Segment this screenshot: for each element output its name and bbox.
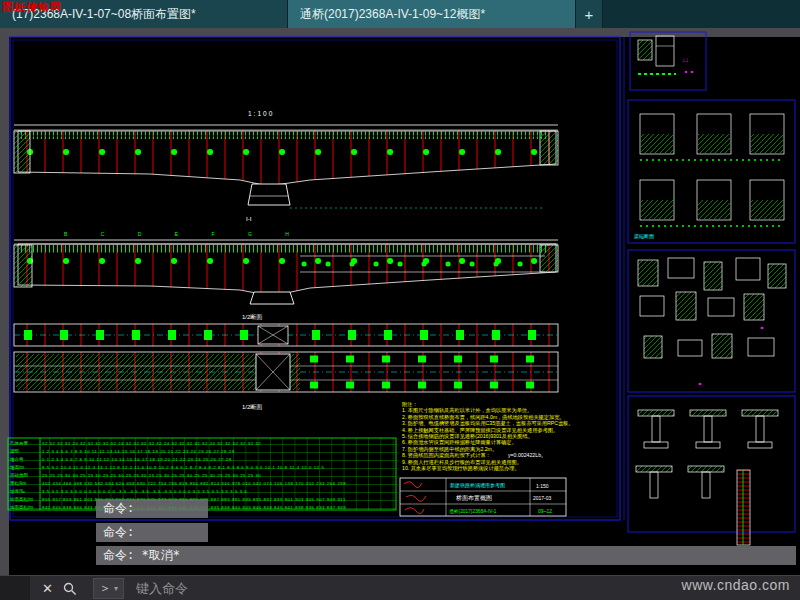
- table-row: 1 2 3 4 5 6 7 8 9 10 11 12 13 14 15 16 1…: [42, 449, 235, 454]
- tab-drawing-2-label: 通桥(2017)2368A-IV-1-09~12概图*: [300, 6, 485, 23]
- table-row: 3.5 3.5 3.5 3.5 0 0 0 0 0 0 0 0 -3.5 -3.…: [42, 489, 247, 494]
- table-row-label: 地面高程/m: [9, 505, 33, 510]
- detail-panel-0: ↓↓: [630, 32, 706, 90]
- detail-panel-2: [628, 250, 795, 392]
- table-row: 402 434 466 498 530 562 594 626 658 690 …: [42, 481, 346, 486]
- axis-letters: B C D E F G H: [64, 231, 305, 237]
- drawing-canvas[interactable]: 1:100 Ⅰ-Ⅰ B C D E F G H: [0, 28, 800, 575]
- note-line: 10. 其余未尽事宜均按现行铁路桥涵设计规范办理。: [402, 465, 520, 472]
- table-row-label: 里程/km: [10, 481, 27, 486]
- command-history-line-1: 命令:: [96, 499, 208, 518]
- title-name: 桥面布置概图: [455, 494, 492, 502]
- view1-section-label: Ⅰ-Ⅰ: [246, 216, 252, 222]
- table-row: 25 25 25 30 30 25 25 30 25 25 30 25 25 3…: [42, 473, 261, 478]
- title-scale: 1:150: [536, 483, 549, 489]
- magenta-marks: ↓↓: [682, 56, 689, 63]
- table-row-label: 孔跨布置: [10, 440, 29, 446]
- title-number: 通桥(2017)2368A-IV-1: [449, 508, 497, 514]
- command-history-line-2: 命令:: [96, 523, 208, 542]
- close-icon[interactable]: ✕: [42, 581, 53, 596]
- table-row: 32 32 32 32 24 32 32 32 32 32 24 32 32 3…: [42, 441, 261, 446]
- title-date: 2017-03: [533, 495, 552, 501]
- chevron-down-icon: ▾: [114, 584, 118, 593]
- view2-section-label: 1/2断面: [242, 313, 262, 321]
- table-row-label: 坡度/‰: [9, 489, 25, 494]
- table-row-label: 基础类型: [10, 472, 29, 478]
- panel1-caption: 梁端断面: [634, 233, 654, 240]
- detail-panel-1: 梁端断面: [628, 100, 795, 243]
- prompt-chevron: ＞: [99, 580, 111, 597]
- command-history-line-3: 命令: *取消*: [96, 546, 796, 565]
- title-project: 新建铁路桥涵通用参考图: [450, 482, 505, 489]
- command-prompt-dropdown[interactable]: ＞ ▾: [93, 578, 124, 599]
- view1-scale-label: 1:100: [248, 110, 274, 117]
- view3-plan: 1/2断面: [14, 324, 558, 411]
- title-sheet: 09~12: [538, 508, 552, 514]
- search-icon[interactable]: [63, 582, 77, 596]
- table-row: 8.5 9.2 10.4 11.6 12.3 13.1 12.8 12.2 11…: [42, 465, 324, 470]
- tab-drawing-2[interactable]: 通桥(2017)2368A-IV-1-09~12概图*: [288, 0, 576, 28]
- new-tab-button[interactable]: +: [576, 0, 603, 28]
- view2-elevation: B C D E F G H 1/2断面: [14, 231, 558, 321]
- autocad-window: (17)2368A-IV-1-07~08桥面布置图* 通桥(2017)2368A…: [0, 0, 800, 600]
- view1-elevation: 1:100 Ⅰ-Ⅰ: [14, 110, 558, 222]
- corner-watermark-text: 图纸传输网: [2, 1, 62, 13]
- pier-column-detail: [737, 470, 750, 545]
- file-tab-bar: (17)2368A-IV-1-07~08桥面布置图* 通桥(2017)2368A…: [0, 0, 800, 28]
- detail-panel-3: [628, 396, 795, 545]
- note-formula: y=0.002422Lb。: [508, 452, 546, 458]
- table-row-label: 轨面高程/m: [10, 497, 33, 502]
- notes-block: 附注： 1. 本图尺寸除钢轨及高程以米计外，余均以厘米为单位。 2. 桥面按双线…: [402, 401, 574, 472]
- title-block: 新建铁路桥涵通用参考图 桥面布置概图 通桥(2017)2368A-IV-1 1:…: [400, 478, 566, 516]
- command-bar-corner: [0, 576, 30, 600]
- command-bar: ✕ ＞ ▾: [0, 575, 800, 600]
- command-input[interactable]: [134, 580, 478, 597]
- view3-section-label: 1/2断面: [242, 403, 262, 411]
- site-watermark-text: www.cndao.com: [682, 577, 790, 593]
- table-row: 0 1 2 3 4 5 6 7 8 9 10 11 12 13 14 15 16…: [42, 457, 232, 462]
- table-row-label: 梁型: [10, 448, 20, 454]
- signature-marks: [404, 482, 426, 514]
